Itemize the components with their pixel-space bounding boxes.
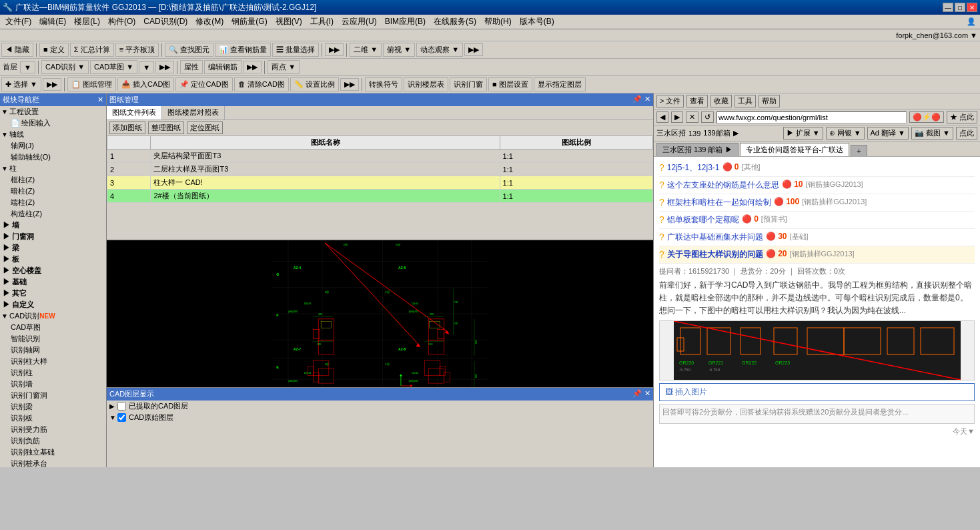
menu-rebar[interactable]: 钢筋量(G) bbox=[227, 15, 271, 29]
nav-item-recog-force-rebar[interactable]: 识别受力筋 bbox=[0, 424, 106, 435]
browser-go-button[interactable]: 🔴⚡🔴 bbox=[909, 111, 944, 123]
more-3-button[interactable]: ▶▶ bbox=[155, 61, 174, 73]
align-button[interactable]: ≡ 平齐板顶 bbox=[115, 43, 159, 57]
select-button[interactable]: ✚ 选择 ▼ bbox=[1, 77, 41, 91]
browser-refresh-button[interactable]: ↺ bbox=[701, 111, 714, 123]
recognize-floor-button[interactable]: 识别楼层表 bbox=[404, 77, 448, 91]
2d-view-button[interactable]: 二维 ▼ bbox=[350, 43, 382, 57]
q-link-6[interactable]: 关于导图柱大样识别的问题 bbox=[667, 249, 763, 260]
nav-item-door[interactable]: ▶ 门窗洞 bbox=[0, 231, 106, 242]
cad-draft-dropdown[interactable]: CAD草图 ▼ bbox=[90, 60, 137, 74]
breadcrumb-home[interactable]: 三水区招 bbox=[656, 128, 686, 138]
translate-button[interactable]: Ad 翻译 ▼ bbox=[867, 127, 909, 140]
tab-drawing-floor[interactable]: 图纸楼层对照表 bbox=[162, 106, 225, 119]
nav-item-recog-neg-rebar[interactable]: 识别负筋 bbox=[0, 435, 106, 447]
top-view-button[interactable]: 俯视 ▼ bbox=[383, 43, 415, 57]
menu-cloud[interactable]: 云应用(U) bbox=[338, 15, 381, 29]
menu-version[interactable]: 版本号(B) bbox=[516, 15, 558, 29]
layer-item-original[interactable]: ▼ CAD原始图层 bbox=[107, 412, 653, 423]
browser-star-button[interactable]: ★ 点此 bbox=[947, 111, 977, 123]
dynamic-view-button[interactable]: 动态观察 ▼ bbox=[416, 43, 463, 57]
define-button[interactable]: ■ 定义 bbox=[39, 43, 69, 57]
question-item-6[interactable]: ? 关于导图柱大样识别的问题 🔴 20 [钢筋抽样GGJ2013] bbox=[659, 246, 975, 264]
nav-item-other[interactable]: ▶ 其它 bbox=[0, 288, 106, 299]
nav-item-recog-col[interactable]: 识别柱 bbox=[0, 367, 106, 378]
nav-item-recog-axis[interactable]: 识别轴网 bbox=[0, 344, 106, 356]
nav-group-cad-header[interactable]: ▼ CAD识别 NEW bbox=[0, 310, 106, 322]
add-drawing-button[interactable]: 添加图纸 bbox=[109, 121, 145, 134]
locate-cad-button[interactable]: 📌 定位CAD图 bbox=[175, 77, 232, 91]
more-6-button[interactable]: ▶▶ bbox=[340, 78, 359, 91]
q-link-1[interactable]: 12j5-1、12j3-1 bbox=[667, 162, 720, 174]
more-1-button[interactable]: ▶▶ bbox=[325, 43, 344, 56]
url-input[interactable] bbox=[716, 111, 907, 123]
menu-modify[interactable]: 修改(M) bbox=[191, 15, 227, 29]
browser-forward-button[interactable]: ▶ bbox=[671, 111, 683, 123]
browser-help-button[interactable]: 帮助 bbox=[759, 95, 780, 107]
property-button[interactable]: 屋性 bbox=[180, 60, 203, 74]
menu-floor[interactable]: 楼层(L) bbox=[70, 15, 104, 29]
more-2-button[interactable]: ▶▶ bbox=[464, 43, 483, 56]
browser-file-button[interactable]: > 文件 bbox=[656, 95, 684, 107]
nav-item-foundation[interactable]: ▶ 基础 bbox=[0, 276, 106, 288]
locate-drawing-button[interactable]: 定位图纸 bbox=[187, 121, 223, 134]
drawing-mgr-pin-icon[interactable]: 📌 bbox=[632, 95, 642, 105]
convert-symbol-button[interactable]: 转换符号 bbox=[365, 77, 402, 91]
hide-button[interactable]: ◀ 隐藏 bbox=[1, 43, 33, 57]
email-display[interactable]: forpk_chen@163.com ▼ bbox=[896, 31, 977, 39]
nav-item-draw-input[interactable]: 📄绘图输入 bbox=[0, 117, 106, 129]
browser-tab-active[interactable]: 专业造价问题答疑平台-广联达 bbox=[740, 143, 850, 156]
menu-file[interactable]: 文件(F) bbox=[1, 15, 35, 29]
nav-item-struct-col[interactable]: 构造柱(Z) bbox=[0, 208, 106, 220]
browser-stop-button[interactable]: ✕ bbox=[686, 111, 698, 123]
nav-item-cad-draft[interactable]: CAD草图 bbox=[0, 322, 106, 333]
browser-fav-button[interactable]: 收藏 bbox=[710, 95, 732, 107]
menu-help[interactable]: 帮助(H) bbox=[480, 15, 516, 29]
q-link-4[interactable]: 铝单板套哪个定额呢 bbox=[667, 214, 739, 226]
view-rebar-button[interactable]: 📊 查看钢筋量 bbox=[215, 43, 271, 57]
nav-item-recog-wall[interactable]: 识别墙 bbox=[0, 378, 106, 390]
nav-item-dark-col[interactable]: 暗柱(Z) bbox=[0, 186, 106, 197]
browser-tools-button[interactable]: 工具 bbox=[734, 95, 756, 107]
click-button[interactable]: 点此 bbox=[956, 127, 977, 140]
nav-group-project-header[interactable]: ▼ 工程设置 bbox=[0, 106, 106, 117]
question-item-5[interactable]: ? 广联达中基础画集水井问题 🔴 30 [基础] bbox=[659, 229, 975, 246]
nav-item-recog-beam[interactable]: 识别梁 bbox=[0, 401, 106, 413]
menu-edit[interactable]: 编辑(E) bbox=[35, 15, 70, 29]
drawing-mgr-button[interactable]: 📋 图纸管理 bbox=[67, 77, 116, 91]
q-link-5[interactable]: 广联达中基础画集水井问题 bbox=[667, 232, 763, 243]
menu-cad-recognize[interactable]: CAD识别(D) bbox=[139, 15, 191, 29]
set-scale-button[interactable]: 📏 设置比例 bbox=[290, 77, 339, 91]
browser-tab-new[interactable]: + bbox=[851, 145, 867, 156]
browser-back-button[interactable]: ◀ bbox=[656, 111, 668, 123]
expand-button[interactable]: ▶ 扩展 ▼ bbox=[783, 127, 823, 140]
nav-item-recog-indie-found[interactable]: 识别独立基础 bbox=[0, 447, 106, 458]
cad-recognize-dropdown[interactable]: CAD识别 ▼ bbox=[41, 60, 89, 74]
nav-item-wall[interactable]: ▶ 墙 bbox=[0, 220, 106, 231]
close-button[interactable]: ✕ bbox=[967, 3, 977, 12]
menu-component[interactable]: 构件(O) bbox=[104, 15, 139, 29]
nav-item-recog-pile-cap[interactable]: 识别桩承台 bbox=[0, 458, 106, 467]
more-5-button[interactable]: ▶▶ bbox=[43, 78, 61, 91]
insert-image-button[interactable]: 🖼 插入图片 bbox=[659, 383, 975, 401]
q-link-3[interactable]: 框架柱和暗柱在一起如何绘制 bbox=[667, 197, 771, 208]
nav-group-axis-header[interactable]: ▼ 轴线 bbox=[0, 129, 106, 140]
layer-checkbox-extracted[interactable] bbox=[117, 402, 126, 411]
screenshot-button[interactable]: 📷 截图 ▼ bbox=[911, 127, 953, 140]
minimize-button[interactable]: — bbox=[943, 3, 953, 12]
tab-drawing-list[interactable]: 图纸文件列表 bbox=[107, 106, 162, 119]
nav-item-custom[interactable]: ▶ 自定义 bbox=[0, 299, 106, 310]
organize-drawing-button[interactable]: 整理图纸 bbox=[148, 121, 184, 134]
menu-online[interactable]: 在线服务(S) bbox=[430, 15, 480, 29]
breadcrumb-email[interactable]: 139邮箱 bbox=[703, 128, 730, 138]
nav-group-column-header[interactable]: ▼ 柱 bbox=[0, 163, 106, 174]
tb2-dropdown[interactable]: ▼ bbox=[139, 61, 154, 73]
module-nav-close-icon[interactable]: ✕ bbox=[97, 95, 103, 104]
nav-item-aux-axis[interactable]: 辅助轴线(O) bbox=[0, 152, 106, 163]
edit-rebar-button[interactable]: 编辑钢筋 bbox=[204, 60, 241, 74]
floor-dropdown[interactable]: ▼ bbox=[20, 61, 35, 73]
drawing-mgr-close-icon[interactable]: ✕ bbox=[644, 95, 650, 105]
question-item-3[interactable]: ? 框架柱和暗柱在一起如何绘制 🔴 100 [钢筋抽样GGJ2013] bbox=[659, 194, 975, 212]
browser-tab-sanshui[interactable]: 三水区招 139 邮箱 ▶ bbox=[656, 143, 739, 156]
browser-view-button[interactable]: 查看 bbox=[686, 95, 708, 107]
